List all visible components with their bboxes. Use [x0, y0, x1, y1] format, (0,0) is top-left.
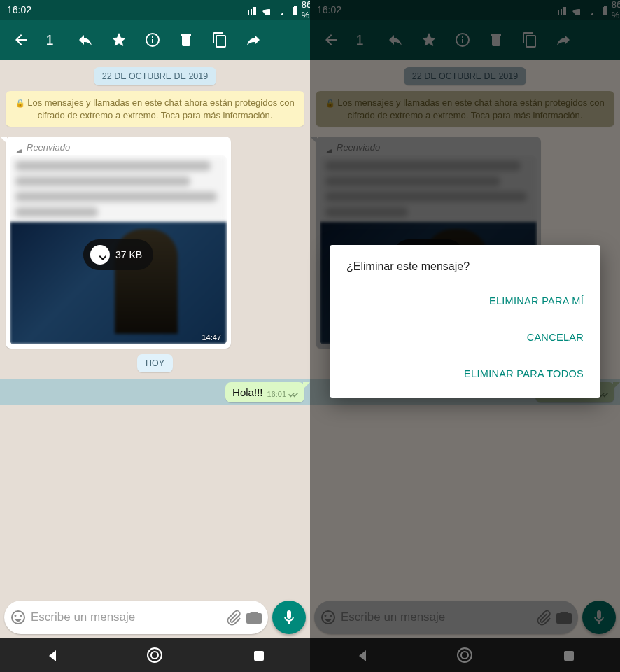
battery-icon [288, 4, 297, 15]
delete-for-me-button[interactable]: ELIMINAR PARA MÍ [486, 290, 586, 312]
delete-dialog: ¿Eliminar este mensaje? ELIMINAR PARA MÍ… [330, 245, 600, 398]
vibrate-icon [247, 4, 256, 15]
signal-icon [274, 4, 283, 15]
today-chip: HOY [137, 354, 173, 372]
copy-button[interactable] [204, 24, 235, 55]
composer-row [0, 596, 310, 638]
android-nav-bar [0, 638, 310, 672]
forwarded-row: Reenviado [10, 141, 227, 155]
incoming-message[interactable]: Reenviado 37 KB 14:47 [6, 136, 231, 349]
forward-button[interactable] [238, 24, 269, 55]
back-button[interactable] [6, 24, 36, 55]
outgoing-text: Hola!!! [232, 386, 262, 398]
nav-recent-icon[interactable] [251, 648, 266, 663]
delete-for-all-button[interactable]: ELIMINAR PARA TODOS [461, 363, 586, 385]
outgoing-message-row[interactable]: Hola!!! 16:01 [6, 382, 304, 402]
lock-icon: 🔒 [15, 99, 25, 107]
date-chip: 22 DE OCTUBRE DE 2019 [94, 67, 216, 85]
nav-home-icon[interactable] [147, 648, 162, 663]
message-input[interactable] [31, 610, 220, 624]
outgoing-time: 16:01 [267, 390, 286, 398]
nav-back-icon[interactable] [44, 648, 59, 663]
attach-icon[interactable] [225, 609, 241, 626]
chat-body[interactable]: 22 DE OCTUBRE DE 2019 🔒Los mensajes y ll… [0, 60, 310, 672]
status-time: 16:02 [7, 4, 31, 15]
camera-icon[interactable] [246, 609, 262, 626]
screen-right: 16:02 86 % 1 22 DE OCTUBRE DE 2019 [310, 0, 620, 672]
cancel-button[interactable]: CANCELAR [524, 326, 586, 349]
star-button[interactable] [104, 24, 134, 55]
delete-button[interactable] [171, 24, 202, 55]
screen-left: 16:02 86 % 1 22 DE OCTUBRE DE 2019 [0, 0, 310, 672]
mic-icon [281, 609, 297, 626]
read-ticks-icon [288, 390, 299, 398]
download-size: 37 KB [115, 249, 142, 260]
info-button[interactable] [137, 24, 168, 55]
selection-count: 1 [39, 32, 60, 48]
download-button[interactable]: 37 KB [83, 239, 153, 270]
composer-pill[interactable] [4, 601, 268, 634]
download-icon [94, 249, 106, 260]
forwarded-icon [13, 143, 22, 153]
reply-button[interactable] [70, 24, 101, 55]
outgoing-bubble[interactable]: Hola!!! 16:01 [225, 382, 304, 402]
encryption-banner[interactable]: 🔒Los mensajes y llamadas en este chat ah… [6, 91, 304, 127]
media-attachment[interactable]: 37 KB 14:47 [10, 155, 227, 344]
dialog-title: ¿Eliminar este mensaje? [346, 260, 586, 273]
status-bar: 16:02 86 % [0, 0, 310, 20]
mic-button[interactable] [272, 601, 306, 634]
emoji-icon[interactable] [10, 609, 27, 626]
encryption-text: Los mensajes y llamadas en este chat aho… [27, 97, 295, 120]
wifi-icon [260, 4, 269, 15]
selection-action-bar: 1 [0, 20, 310, 60]
forwarded-label: Reenviado [27, 142, 70, 153]
message-time: 14:47 [202, 333, 221, 342]
